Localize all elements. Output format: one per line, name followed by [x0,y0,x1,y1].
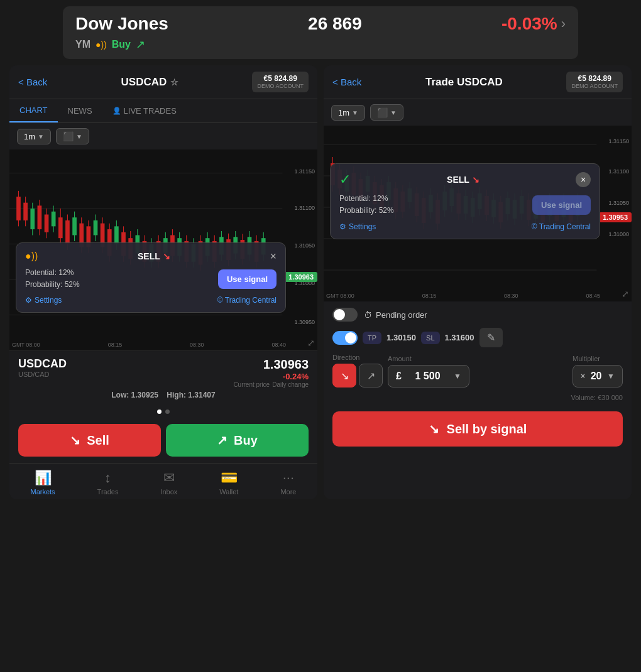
buy-direction-button[interactable]: ↗ [359,364,383,387]
pending-order-toggle[interactable] [332,308,358,322]
direction-group: Direction ↘ ↗ [332,354,383,387]
gear-icon-right: ⚙ [339,222,346,231]
nav-more[interactable]: ··· More [280,470,296,496]
signal-sell-label-right: SELL [447,175,469,185]
use-signal-button-left[interactable]: Use signal [218,269,277,289]
ticker-price: 26 869 [308,14,362,34]
left-panel-header: < Back USDCAD ☆ €5 824.89 DEMO ACCOUNT [9,65,317,99]
amount-dropdown-arrow[interactable]: ▼ [454,372,461,381]
arrow-up-icon: ↗ [136,38,145,51]
multiplier-label: Multiplier [573,355,623,362]
high-label-left: High: [167,391,186,399]
timeframe-dropdown-left[interactable]: 1m ▼ [17,129,51,144]
trades-icon: ↕ [104,470,111,486]
asset-sub-left: USD/CAD [18,371,67,378]
price-label-mid: 1.31100 [294,205,315,211]
wallet-icon: 💳 [221,470,238,486]
tab-news[interactable]: NEWS [58,99,102,122]
sell-arrow-icon-right: ↘ [472,175,479,185]
price-label-high: 1.31150 [294,168,315,175]
ticker-change: -0.03% [501,14,557,34]
price-label-mid-right: 1.31100 [608,168,629,175]
multiplier-input[interactable]: × 20 ▼ [573,365,623,387]
sl-label: SL [426,334,434,342]
direction-buttons: ↘ ↗ [332,364,383,387]
multiply-symbol: × [581,372,585,381]
fullscreen-icon-right[interactable]: ⤢ [622,289,629,299]
timeframe-dropdown-right[interactable]: 1m ▼ [331,105,365,121]
nav-markets[interactable]: 📊 Markets [30,470,55,496]
signal-probability-right: Probability: 52% [339,205,394,217]
sell-direction-button[interactable]: ↘ [332,364,356,387]
price-label-mid2-right: 1.31050 [608,200,629,206]
fullscreen-icon-left[interactable]: ⤢ [307,338,315,348]
info-bar-left: USDCAD USD/CAD 1.30963 -0.24% Current pr… [9,350,317,406]
green-check-icon: ✓ [339,171,351,188]
signal-popup-close-right[interactable]: × [576,172,591,187]
sell-arrow-icon-btn: ↘ [70,433,80,448]
page-dots-left [9,406,317,418]
ticker-action: Buy [112,39,131,50]
sell-arrow-icon: ↘ [163,251,170,261]
tp-badge: TP [363,332,381,344]
nav-inbox[interactable]: ✉ Inbox [160,470,177,496]
trade-buttons-left: ↘ Sell ↗ Buy [9,418,317,463]
chart-type-dropdown-left[interactable]: ⬛ ▼ [56,128,89,144]
tab-chart[interactable]: CHART [9,99,58,122]
asset-name-left: USDCAD [18,357,67,371]
signal-popup-close-left[interactable]: × [270,251,277,262]
chart-type-dropdown-right[interactable]: ⬛ ▼ [370,104,403,121]
clock-icon: ⏱ [364,310,372,320]
left-account-badge: €5 824.89 DEMO ACCOUNT [252,72,309,92]
trading-central-right: © Trading Central [532,222,591,231]
amount-group: Amount £ 1 500 ▼ [388,355,567,387]
right-panel-title: Trade USDCAD [425,76,503,89]
right-chart-toolbar: 1m ▼ ⬛ ▼ [324,99,632,126]
buy-arrow-icon-btn: ↗ [217,433,227,448]
inbox-icon: ✉ [163,470,175,486]
settings-link-right[interactable]: ⚙ Settings [339,222,376,231]
tab-live-trades[interactable]: 👤 LIVE TRADES [102,99,187,122]
right-back-button[interactable]: < Back [332,77,361,87]
high-value-left: 1.31407 [188,391,215,399]
left-chart-toolbar: 1m ▼ ⬛ ▼ [9,123,317,149]
use-signal-button-right[interactable]: Use signal [532,195,591,215]
bottom-nav-left: 📊 Markets ↕ Trades ✉ Inbox 💳 Wallet ··· … [9,463,317,499]
sl-badge: SL [421,332,439,344]
markets-icon: 📊 [35,470,52,486]
left-panel-title: USDCAD [121,76,167,89]
signal-potential-left: Potential: 12% [25,267,80,279]
amount-input[interactable]: £ 1 500 ▼ [388,365,469,387]
dot-2 [165,409,170,414]
star-icon[interactable]: ☆ [170,77,178,87]
right-chart-area: 1.31150 1.31100 1.31050 1.31000 1.30953 … [324,126,632,301]
pending-order-row: ⏱ Pending order [332,308,623,322]
current-price-badge-right: 1.30953 [599,212,632,222]
gmt-labels-left: GMT 08:00 08:15 08:30 08:40 [12,342,286,348]
sell-signal-arrow-icon: ↘ [429,421,439,436]
left-panel-tabs: CHART NEWS 👤 LIVE TRADES [9,99,317,123]
sl-value: 1.31600 [445,333,474,342]
signal-probability-left: Probability: 52% [25,279,80,291]
nav-wallet[interactable]: 💳 Wallet [219,470,238,496]
sell-by-signal-button[interactable]: ↘ Sell by signal [332,411,623,447]
change-label-left: Daily change [272,381,309,388]
gear-icon-left: ⚙ [25,296,32,305]
tp-value: 1.30150 [386,333,416,342]
chevron-right-icon[interactable]: › [561,16,566,32]
direction-label: Direction [332,354,383,361]
left-back-button[interactable]: < Back [18,77,47,87]
more-icon: ··· [283,470,294,486]
tp-sl-edit-button[interactable]: ✎ [479,328,503,347]
params-row: Direction ↘ ↗ Amount £ 1 500 ▼ [332,354,623,387]
tp-label: TP [368,334,376,342]
buy-button-left[interactable]: ↗ Buy [166,424,309,457]
nav-trades[interactable]: ↕ Trades [97,470,119,496]
settings-link-left[interactable]: ⚙ Settings [25,296,62,305]
right-panel: < Back Trade USDCAD €5 824.89 DEMO ACCOU… [324,65,632,499]
tp-sl-toggle[interactable] [332,331,358,345]
volume-text: Volume: €30 000 [332,394,623,401]
multiplier-dropdown-arrow[interactable]: ▼ [607,372,615,381]
sell-button-left[interactable]: ↘ Sell [18,424,161,457]
price-label-low2: 1.30950 [294,319,315,325]
